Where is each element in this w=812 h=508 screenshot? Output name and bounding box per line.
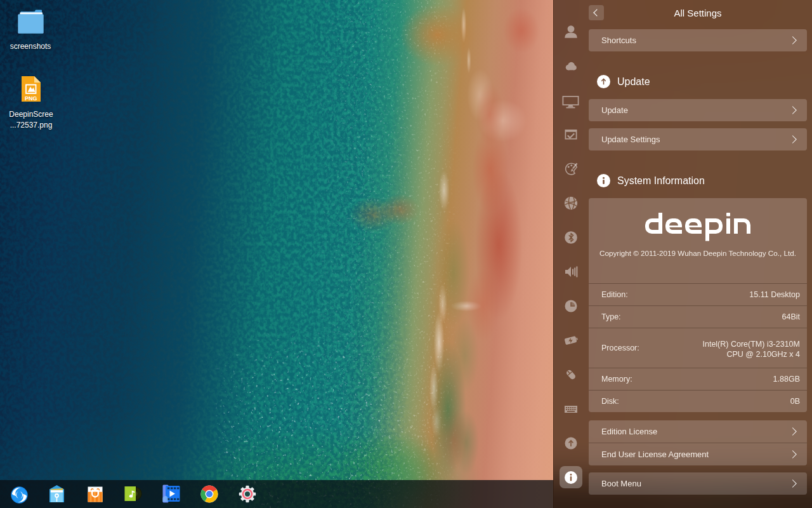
svg-text:PNG: PNG [25, 95, 37, 102]
